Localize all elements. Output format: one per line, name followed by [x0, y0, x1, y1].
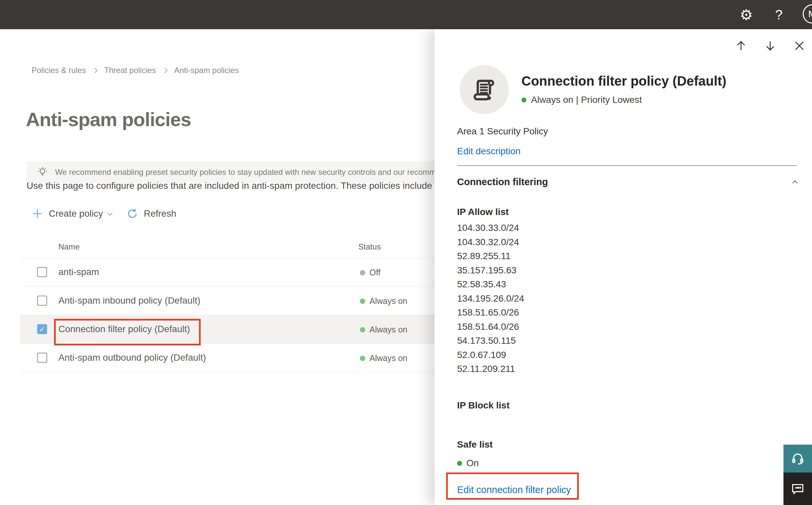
panel-status-label: Always on | Priority Lowest	[531, 95, 642, 105]
row-checkbox[interactable]	[37, 353, 47, 363]
headset-icon	[790, 451, 805, 466]
ip-address: 134.195.26.0/24	[457, 292, 524, 306]
ip-address: 158.51.64.0/26	[457, 320, 524, 334]
breadcrumb: Policies & rules Threat policies Anti-sp…	[31, 66, 239, 75]
policy-description: Area 1 Security Policy	[457, 126, 548, 137]
edit-connection-filter-policy-link[interactable]: Edit connection filter policy	[457, 484, 571, 495]
ip-address: 35.157.195.63	[457, 264, 524, 278]
ip-address: 158.51.65.0/26	[457, 306, 524, 320]
ip-block-list-title: IP Block list	[457, 400, 510, 411]
policy-name[interactable]: Anti-spam outbound policy (Default)	[58, 352, 206, 363]
ip-allow-list: 104.30.33.0/24 104.30.32.0/24 52.89.255.…	[457, 221, 524, 376]
policy-scroll-icon	[460, 65, 509, 114]
row-checkbox[interactable]	[37, 267, 47, 277]
row-checkbox[interactable]	[37, 296, 47, 306]
column-header-name[interactable]: Name	[58, 242, 79, 251]
ip-address: 104.30.33.0/24	[457, 221, 524, 235]
page-title: Anti-spam policies	[26, 108, 191, 130]
divider	[457, 165, 797, 166]
panel-header: Connection filter policy (Default) Alway…	[460, 65, 727, 114]
previous-item-arrow-up-icon[interactable]	[734, 38, 748, 53]
policy-name[interactable]: Anti-spam inbound policy (Default)	[58, 295, 200, 306]
recommendation-banner: We recommend enabling preset security po…	[26, 161, 497, 183]
ip-address: 104.30.32.0/24	[457, 235, 524, 249]
create-policy-button[interactable]: Create policy	[31, 208, 112, 220]
column-header-status[interactable]: Status	[358, 242, 381, 251]
policy-name[interactable]: anti-spam	[58, 267, 99, 278]
chevron-up-icon[interactable]	[792, 180, 798, 186]
ip-address: 52.0.67.109	[457, 348, 524, 362]
page-description: Use this page to configure policies that…	[26, 180, 491, 191]
status-label: Always on	[370, 353, 407, 363]
row-checkbox-checked[interactable]	[37, 324, 47, 334]
status-cell: Always on	[360, 325, 407, 334]
status-dot	[360, 270, 365, 276]
policy-name[interactable]: Connection filter policy (Default)	[58, 324, 190, 334]
panel-nav	[734, 38, 807, 53]
chevron-right-icon	[163, 68, 168, 73]
help-icon[interactable]: ?	[772, 0, 786, 29]
status-cell: Always on	[360, 296, 407, 306]
banner-text: We recommend enabling preset security po…	[55, 168, 440, 177]
ip-address: 52.58.35.43	[457, 278, 524, 292]
table-row-selected[interactable]: Connection filter policy (Default) Alway…	[20, 315, 464, 344]
breadcrumb-policies-rules[interactable]: Policies & rules	[31, 66, 86, 75]
status-dot	[360, 327, 365, 332]
status-label: Off	[370, 268, 381, 278]
breadcrumb-threat-policies[interactable]: Threat policies	[104, 66, 156, 75]
panel-status: Always on | Priority Lowest	[522, 95, 727, 105]
safe-list-title: Safe list	[457, 439, 492, 450]
table-row[interactable]: anti-spam Off	[20, 258, 464, 287]
create-policy-label: Create policy	[49, 208, 103, 219]
toolbar: Create policy Refresh	[31, 204, 176, 223]
status-cell: Always on	[360, 353, 407, 363]
panel-title-block: Connection filter policy (Default) Alway…	[522, 65, 727, 114]
status-dot	[360, 299, 365, 304]
ip-address: 54.173.50.115	[457, 334, 524, 348]
table-bottom-border	[20, 372, 464, 372]
status-dot	[457, 461, 462, 466]
chat-bubble-icon	[790, 481, 805, 496]
connection-filtering-section-header[interactable]: Connection filtering	[457, 177, 797, 187]
status-dot	[522, 98, 527, 103]
avatar[interactable]: M	[803, 4, 812, 24]
lightbulb-icon	[36, 166, 49, 179]
feedback-chat-button[interactable]	[784, 473, 812, 505]
chevron-right-icon	[92, 68, 98, 73]
support-headset-button[interactable]	[784, 445, 812, 473]
refresh-button[interactable]: Refresh	[127, 208, 176, 220]
status-dot	[360, 356, 365, 361]
table-row[interactable]: Anti-spam outbound policy (Default) Alwa…	[20, 343, 464, 372]
top-bar: ⚙ ? M	[0, 0, 812, 29]
status-cell: Off	[360, 268, 381, 278]
refresh-icon	[127, 208, 138, 220]
ip-address: 52.11.209.211	[457, 362, 524, 376]
table-header: Name Status	[0, 235, 464, 258]
close-icon[interactable]	[792, 38, 807, 53]
safe-list-status-label: On	[466, 458, 479, 469]
plus-icon	[31, 208, 43, 220]
status-label: Always on	[370, 296, 407, 306]
policy-details-panel: Connection filter policy (Default) Alway…	[434, 29, 812, 505]
ip-address: 52.89.255.11	[457, 249, 524, 264]
refresh-label: Refresh	[144, 208, 176, 219]
status-label: Always on	[370, 325, 407, 334]
panel-title: Connection filter policy (Default)	[522, 74, 727, 89]
safe-list-status: On	[457, 458, 479, 469]
next-item-arrow-down-icon[interactable]	[763, 38, 778, 53]
breadcrumb-anti-spam-policies[interactable]: Anti-spam policies	[174, 66, 239, 75]
settings-icon[interactable]: ⚙	[738, 0, 754, 29]
ip-allow-list-title: IP Allow list	[457, 207, 509, 217]
chevron-down-icon	[108, 210, 113, 216]
section-title: Connection filtering	[457, 177, 548, 187]
main-content: Policies & rules Threat policies Anti-sp…	[0, 29, 464, 505]
edit-description-link[interactable]: Edit description	[457, 146, 521, 157]
table-row[interactable]: Anti-spam inbound policy (Default) Alway…	[20, 286, 464, 315]
